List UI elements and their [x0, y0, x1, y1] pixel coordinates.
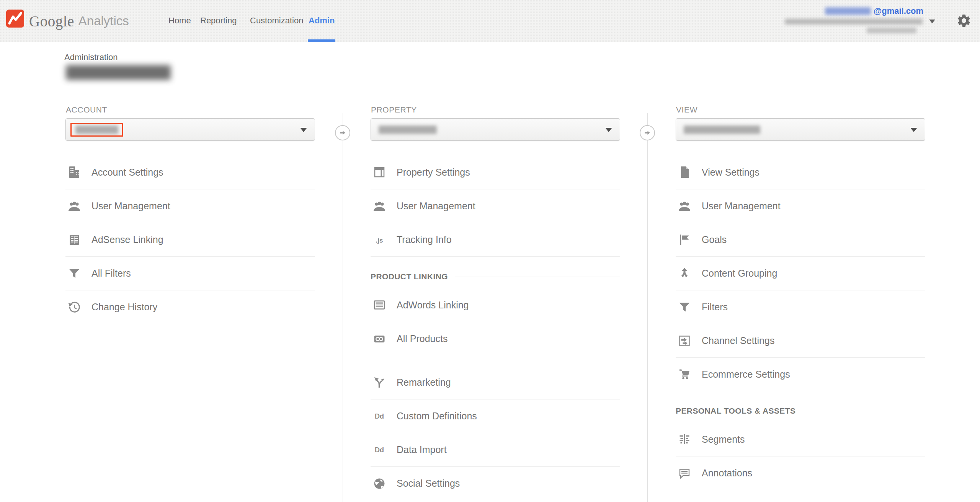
section-header: PRODUCT LINKING: [371, 257, 620, 288]
menu-item-label: AdWords Linking: [397, 300, 469, 311]
column-divider-line: [343, 113, 343, 502]
nav-tab-reporting[interactable]: Reporting: [200, 0, 237, 42]
view-selector-dropdown[interactable]: [676, 118, 925, 141]
admin-header: Administration: [0, 42, 980, 92]
blurred-view-name: [684, 126, 760, 134]
menu-item-annotations[interactable]: Annotations: [676, 456, 925, 490]
menu-item-filters[interactable]: Filters: [676, 290, 925, 324]
menu-item-label: Data Import: [397, 444, 447, 455]
menu-item-channel-settings[interactable]: Channel Settings: [676, 324, 925, 357]
menu-item-label: Annotations: [702, 468, 752, 479]
menu-item-attribution-models[interactable]: Attribution Models: [676, 490, 925, 502]
menu-item-label: Account Settings: [91, 167, 163, 178]
blurred-property-name: [379, 126, 437, 134]
people-icon: [66, 198, 83, 215]
menu-item-segments[interactable]: Segments: [676, 422, 925, 456]
arrow-right-icon: [640, 125, 655, 140]
window-icon: [371, 164, 388, 181]
menu-item-adwords-linking[interactable]: AdWords Linking: [371, 288, 620, 322]
account-section-0: Account SettingsUser ManagementAdSense L…: [65, 155, 315, 324]
menu-item-label: Filters: [702, 302, 728, 313]
menu-item-goals[interactable]: Goals: [676, 223, 925, 256]
blurred-account-line-1: [785, 19, 923, 24]
funnel-icon: [66, 265, 83, 282]
history-icon: [66, 299, 83, 316]
chevron-down-icon: [605, 128, 612, 132]
people-icon: [371, 198, 388, 215]
account-selector-dropdown[interactable]: [65, 118, 315, 141]
menu-item-social-settings[interactable]: Social Settings: [371, 466, 620, 500]
user-email-domain: @gmail.com: [874, 6, 923, 16]
section-header-label: PRODUCT LINKING: [371, 272, 448, 281]
brand-wordmark: Google Analytics: [29, 0, 129, 42]
nav-tab-customization[interactable]: Customization: [250, 0, 303, 42]
svg-text:Dd: Dd: [375, 446, 384, 454]
menu-item-label: Change History: [91, 302, 157, 313]
menu-item-user-management[interactable]: User Management: [371, 189, 620, 223]
nav-tab-home[interactable]: Home: [168, 0, 191, 42]
property-column-label: PROPERTY: [371, 105, 620, 115]
section-header: PERSONAL TOOLS & ASSETS: [676, 391, 925, 422]
view-menu-list: View SettingsUser ManagementGoalsContent…: [676, 155, 925, 502]
menu-item-label: View Settings: [702, 167, 760, 178]
menu-item-label: Social Settings: [397, 478, 460, 489]
brand-google: Google: [29, 13, 74, 30]
menu-item-user-management[interactable]: User Management: [676, 189, 925, 223]
chevron-down-icon: [300, 128, 307, 132]
gear-icon[interactable]: [956, 13, 972, 28]
menu-item-property-settings[interactable]: Property Settings: [371, 155, 620, 189]
menu-item-account-settings[interactable]: Account Settings: [65, 155, 315, 189]
red-highlight-box: [70, 123, 123, 137]
chevron-down-icon[interactable]: [929, 20, 935, 23]
cart-icon: [676, 366, 693, 383]
svg-text:Dd: Dd: [375, 412, 384, 420]
menu-item-change-history[interactable]: Change History: [65, 290, 315, 324]
blurred-user-name: [825, 7, 871, 15]
page-icon: [676, 164, 693, 181]
menu-item-label: Remarketing: [397, 377, 451, 388]
property-section-0: Property SettingsUser Management.jsTrack…: [371, 155, 620, 256]
menu-item-tracking-info[interactable]: .jsTracking Info: [371, 223, 620, 256]
menu-item-label: Segments: [702, 434, 745, 445]
menu-item-label: Property Settings: [397, 167, 470, 178]
globe-icon: [371, 475, 388, 492]
dd-icon: Dd: [371, 442, 388, 458]
funnel-icon: [676, 299, 693, 316]
section-header-label: PERSONAL TOOLS & ASSETS: [676, 406, 795, 416]
menu-item-label: All Products: [397, 333, 448, 344]
ledger-icon: [66, 231, 83, 248]
menu-item-content-grouping[interactable]: Content Grouping: [676, 256, 925, 290]
account-menu-list: Account SettingsUser ManagementAdSense L…: [65, 155, 315, 324]
blurred-account-name: [75, 126, 118, 134]
property-selector-dropdown[interactable]: [371, 118, 620, 141]
arrow-right-icon: [335, 125, 350, 140]
menu-item-adsense-linking[interactable]: AdSense Linking: [65, 223, 315, 256]
column-divider-line: [647, 113, 648, 502]
menu-item-all-filters[interactable]: All Filters: [65, 256, 315, 290]
nav-tab-admin[interactable]: Admin: [309, 0, 335, 42]
chevron-down-icon: [910, 128, 917, 132]
menu-item-label: Channel Settings: [702, 335, 774, 346]
account-column-label: ACCOUNT: [66, 105, 315, 115]
menu-item-user-management[interactable]: User Management: [65, 189, 315, 223]
menu-item-label: Content Grouping: [702, 268, 777, 279]
blurred-account-line-2: [867, 28, 916, 33]
menu-item-ecommerce-settings[interactable]: Ecommerce Settings: [676, 357, 925, 391]
menu-item-data-import[interactable]: DdData Import: [371, 433, 620, 466]
menu-item-view-settings[interactable]: View Settings: [676, 155, 925, 189]
view-column: VIEWView SettingsUser ManagementGoalsCon…: [676, 92, 925, 502]
menu-item-label: Tracking Info: [397, 234, 452, 245]
google-analytics-logo-icon[interactable]: [6, 10, 24, 28]
merge-icon: [676, 265, 693, 282]
account-column: ACCOUNTAccount SettingsUser ManagementAd…: [65, 92, 315, 324]
menu-item-label: Goals: [702, 234, 727, 245]
view-section-1: PERSONAL TOOLS & ASSETSSegmentsAnnotatio…: [676, 391, 925, 502]
channel-icon: [676, 332, 693, 349]
topbar: Google Analytics HomeReportingCustomizat…: [0, 0, 980, 42]
menu-item-label: User Management: [397, 200, 475, 212]
menu-item-custom-definitions[interactable]: DdCustom Definitions: [371, 399, 620, 433]
user-email[interactable]: @gmail.com: [825, 6, 923, 16]
building-icon: [66, 164, 83, 181]
menu-item-all-products[interactable]: All Products: [371, 322, 620, 355]
menu-item-remarketing[interactable]: Remarketing: [371, 365, 620, 399]
